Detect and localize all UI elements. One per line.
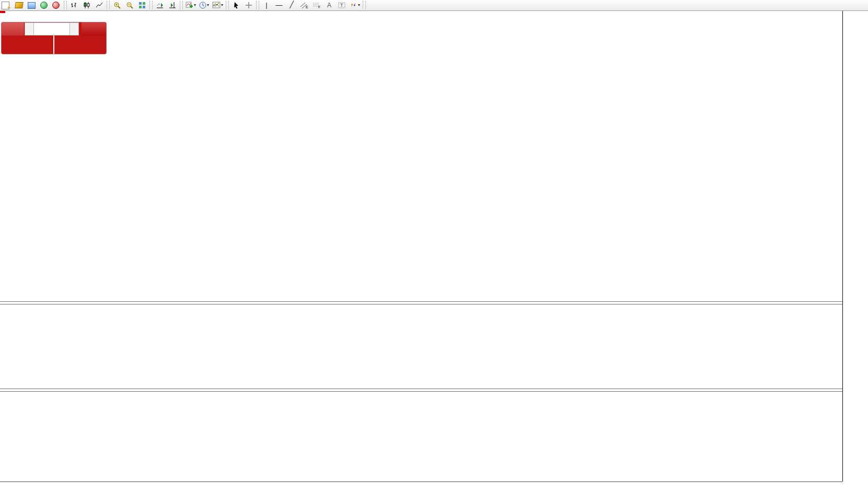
svg-text:F: F	[318, 5, 320, 9]
trendline-tool[interactable]: ╱	[286, 0, 297, 9]
navigator-icon	[40, 2, 48, 9]
label-tool[interactable]: T	[336, 1, 348, 10]
price-axis[interactable]	[842, 11, 868, 482]
auto-scroll-icon	[156, 2, 164, 9]
market-watch-icon	[15, 2, 24, 8]
label-icon: T	[338, 2, 346, 9]
chart-canvas[interactable]	[0, 11, 842, 482]
chart-shift-icon	[169, 2, 177, 9]
volume-decrease-button[interactable]	[25, 22, 33, 36]
candlestick-chart-icon	[83, 2, 90, 9]
crosshair-icon	[245, 2, 252, 9]
text-tool[interactable]: A	[323, 1, 335, 10]
zoom-in-icon	[113, 2, 121, 9]
new-order-button[interactable]: +	[1, 1, 12, 10]
tile-windows-button[interactable]	[136, 1, 148, 10]
tile-windows-icon	[138, 2, 146, 9]
bar-chart-icon	[71, 2, 78, 9]
templates-icon	[212, 2, 221, 9]
arrows-tool[interactable]: ▾	[349, 1, 361, 10]
volume-increase-button[interactable]	[70, 22, 78, 36]
autotrade-button[interactable]	[51, 1, 62, 10]
new-order-icon: +	[2, 2, 9, 9]
periods-button[interactable]: ▾	[198, 1, 210, 10]
equidistant-channel-tool[interactable]: E	[298, 1, 310, 10]
data-window-icon	[28, 2, 36, 9]
templates-button[interactable]: ▾	[211, 1, 224, 10]
chart-title	[3, 14, 6, 20]
line-chart-button[interactable]	[94, 1, 105, 10]
rsi-panel-splitter[interactable]	[0, 389, 842, 392]
indicators-button[interactable]: ▾	[184, 1, 197, 10]
main-toolbar: + ▾ ▾ ▾ | — ╱ E F A T ▾	[0, 0, 868, 11]
zoom-in-button[interactable]	[111, 1, 123, 10]
cursor-button[interactable]	[230, 1, 242, 10]
candlestick-chart-button[interactable]	[81, 1, 92, 10]
vertical-line-tool[interactable]: |	[261, 1, 272, 10]
one-click-trading-panel	[2, 22, 106, 54]
arrows-dropdown-arrow[interactable]: ▾	[358, 1, 360, 10]
cursor-icon	[233, 2, 240, 9]
arrows-icon	[350, 2, 357, 9]
svg-text:E: E	[306, 5, 308, 9]
templates-dropdown-arrow[interactable]: ▾	[221, 1, 223, 10]
level-price-label[interactable]	[0, 11, 5, 13]
indicators-icon	[186, 2, 193, 9]
chart-plot-area[interactable]	[0, 11, 842, 493]
macd-panel-splitter[interactable]	[0, 301, 842, 304]
autotrade-icon	[52, 2, 60, 9]
navigator-button[interactable]	[38, 1, 50, 10]
periods-dropdown-arrow[interactable]: ▾	[207, 1, 209, 10]
date-axis[interactable]	[0, 482, 842, 493]
sell-price[interactable]	[2, 36, 54, 54]
zoom-out-button[interactable]	[124, 1, 135, 10]
chart-shift-button[interactable]	[167, 1, 178, 10]
equidistant-channel-icon: E	[300, 2, 308, 9]
buy-button[interactable]	[82, 22, 106, 36]
auto-scroll-button[interactable]	[154, 1, 166, 10]
fibonacci-icon: F	[313, 2, 321, 9]
line-chart-icon	[96, 2, 103, 9]
sell-button[interactable]	[2, 22, 25, 36]
zoom-out-icon	[126, 2, 134, 9]
data-window-button[interactable]	[26, 1, 37, 10]
fibonacci-tool[interactable]: F	[311, 1, 322, 10]
crosshair-button[interactable]	[243, 1, 254, 10]
buy-price[interactable]	[54, 36, 106, 54]
volume-input[interactable]	[34, 22, 70, 36]
horizontal-line-tool[interactable]: —	[273, 1, 285, 10]
chart-window	[0, 11, 868, 493]
svg-text:T: T	[340, 3, 343, 8]
bar-chart-button[interactable]	[68, 1, 80, 10]
indicators-dropdown-arrow[interactable]: ▾	[194, 1, 196, 10]
periods-clock-icon	[199, 2, 206, 9]
market-watch-button[interactable]	[13, 1, 25, 10]
